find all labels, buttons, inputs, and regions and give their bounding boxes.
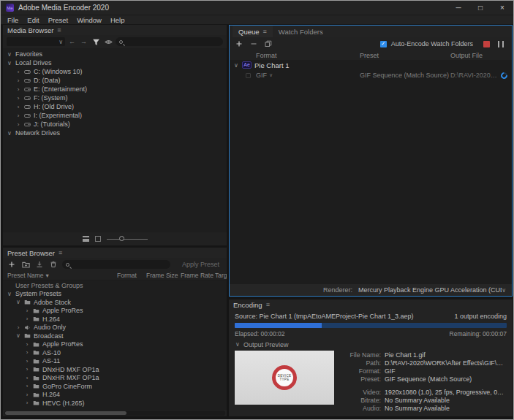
duplicate-icon[interactable] (263, 39, 273, 49)
menu-item[interactable]: Help (106, 16, 129, 24)
menu-item[interactable]: Preset (44, 16, 72, 24)
auto-encode-checkbox[interactable] (380, 41, 387, 47)
caret-icon[interactable]: › (15, 95, 21, 102)
column-preset-name[interactable]: Preset Name ▾ (7, 272, 117, 279)
column-frame-rate[interactable]: Frame Rate (181, 272, 215, 279)
preset-browser-header[interactable]: Preset Browser ≡ (3, 248, 227, 258)
file-type-dropdown[interactable]: ∨ (7, 37, 65, 46)
tree-item[interactable]: › H.264 (3, 391, 227, 400)
tree-item[interactable]: › AS-11 (3, 357, 227, 366)
caret-icon[interactable]: ∨ (15, 332, 21, 339)
caret-icon[interactable]: › (15, 86, 21, 93)
new-group-icon[interactable] (20, 259, 31, 270)
output-format-dropdown[interactable]: GIF ∨ (256, 72, 360, 79)
panel-menu-icon[interactable]: ≡ (57, 26, 61, 34)
create-preset-icon[interactable] (7, 259, 17, 270)
caret-icon[interactable]: ∨ (7, 51, 12, 58)
horizontal-scrollbar[interactable] (4, 411, 225, 416)
caret-icon[interactable]: › (24, 375, 30, 381)
caret-icon[interactable]: › (15, 77, 21, 84)
tree-item[interactable]: › F: (System) (3, 93, 227, 102)
forward-button[interactable]: → (79, 38, 88, 45)
caret-icon[interactable]: ∨ (7, 60, 12, 66)
menu-item[interactable]: File (3, 16, 23, 24)
tree-item[interactable]: › GoPro CineForm (3, 382, 227, 391)
caret-icon[interactable]: › (24, 383, 30, 389)
tree-item[interactable]: › Audio Only (3, 324, 227, 332)
menu-item[interactable]: Window (72, 16, 106, 24)
tree-item[interactable]: › DNxHR MXF OP1a (3, 374, 227, 383)
tab-watch-folders[interactable]: Watch Folders (273, 26, 329, 37)
media-search-input[interactable] (125, 38, 219, 45)
tree-item[interactable]: › E: (Entertainment) (3, 85, 227, 93)
tree-item[interactable]: ∨ Local Drives (3, 58, 227, 67)
queue-output-row[interactable]: GIF ∨ GIF Sequence (Match Source) ∨ D:\R… (230, 70, 512, 80)
caret-icon[interactable]: › (24, 316, 30, 322)
tree-item[interactable]: › Apple ProRes (3, 340, 227, 349)
maximize-button[interactable]: □ (469, 1, 491, 15)
scrollbar-thumb[interactable] (5, 411, 126, 415)
tree-item[interactable]: ∨ Broadcast (3, 332, 227, 340)
back-button[interactable]: ← (67, 38, 77, 45)
tree-item[interactable]: User Presets & Groups (3, 281, 227, 290)
caret-icon[interactable]: › (15, 112, 21, 119)
apply-preset-button[interactable]: Apply Preset (178, 260, 223, 269)
zoom-slider-knob[interactable] (119, 236, 124, 241)
caret-icon[interactable]: ∨ (235, 341, 241, 348)
caret-icon[interactable]: › (15, 121, 21, 128)
tree-item[interactable]: ∨ Network Drives (3, 129, 227, 137)
caret-icon[interactable]: › (24, 341, 30, 348)
preset-search-input[interactable] (72, 261, 167, 268)
delete-preset-icon[interactable] (48, 259, 58, 270)
remove-source-icon[interactable] (249, 39, 259, 49)
panel-menu-icon[interactable]: ≡ (263, 28, 267, 35)
caret-icon[interactable]: ∨ (233, 62, 239, 69)
caret-icon[interactable]: › (15, 324, 21, 331)
tree-item[interactable]: › AS-10 (3, 348, 227, 357)
tab-queue[interactable]: Queue ≡ (233, 26, 273, 37)
output-file-link[interactable]: D:\RAVI-2020\WORK\After Effects\GIF\Pie … (450, 72, 498, 79)
import-preset-icon[interactable] (34, 259, 45, 270)
minimize-button[interactable]: ─ (447, 1, 469, 15)
thumbnail-view-icon[interactable] (95, 236, 101, 242)
tree-item[interactable]: › H: (Old Drive) (3, 102, 227, 111)
add-source-icon[interactable] (234, 39, 244, 49)
tree-item[interactable]: › HEVC (H.265) (3, 399, 227, 408)
tree-item[interactable]: ∨ Favorites (3, 50, 227, 58)
caret-icon[interactable]: ∨ (7, 130, 12, 137)
tree-item[interactable]: › J: (Tutorials) (3, 120, 227, 129)
column-format[interactable]: Format (117, 272, 146, 279)
tree-item[interactable]: › Apple ProRes (3, 307, 227, 316)
media-search-field[interactable] (116, 37, 223, 46)
caret-icon[interactable]: › (24, 349, 30, 356)
thumbnail-zoom-slider[interactable] (107, 239, 148, 240)
caret-icon[interactable]: › (24, 308, 30, 314)
tree-item[interactable]: ∨ Adobe Stock (3, 298, 227, 307)
tree-item[interactable]: › H.264 (3, 315, 227, 324)
queue-source-row[interactable]: ∨ Ae Pie Chart 1 (230, 60, 512, 70)
tree-item[interactable]: › D: (Data) (3, 76, 227, 85)
output-checkbox[interactable] (246, 73, 251, 78)
filter-icon[interactable] (91, 37, 101, 47)
list-view-icon[interactable] (83, 236, 89, 242)
column-target[interactable]: Target (215, 272, 227, 279)
caret-icon[interactable]: › (24, 366, 30, 373)
stop-queue-button[interactable] (483, 41, 490, 47)
renderer-dropdown[interactable]: Mercury Playback Engine GPU Acceleration… (358, 286, 502, 294)
caret-icon[interactable]: › (15, 69, 21, 75)
pause-queue-button[interactable] (498, 41, 504, 47)
caret-icon[interactable]: ∨ (15, 299, 21, 305)
menu-item[interactable]: Edit (23, 16, 43, 24)
output-preset-dropdown[interactable]: GIF Sequence (Match Source) ∨ (360, 72, 450, 79)
close-button[interactable]: × (491, 1, 513, 15)
caret-icon[interactable]: › (24, 392, 30, 398)
caret-icon[interactable]: ∨ (7, 291, 12, 297)
panel-menu-icon[interactable]: ≡ (58, 249, 62, 256)
caret-icon[interactable]: › (24, 400, 30, 406)
preview-eye-icon[interactable] (103, 37, 113, 47)
tree-item[interactable]: › I: (Experimental) (3, 111, 227, 120)
preset-search-field[interactable] (62, 260, 170, 269)
panel-menu-icon[interactable]: ≡ (266, 301, 270, 308)
encoding-header[interactable]: Encoding ≡ (229, 299, 513, 310)
tree-item[interactable]: › DNxHD MXF OP1a (3, 365, 227, 374)
